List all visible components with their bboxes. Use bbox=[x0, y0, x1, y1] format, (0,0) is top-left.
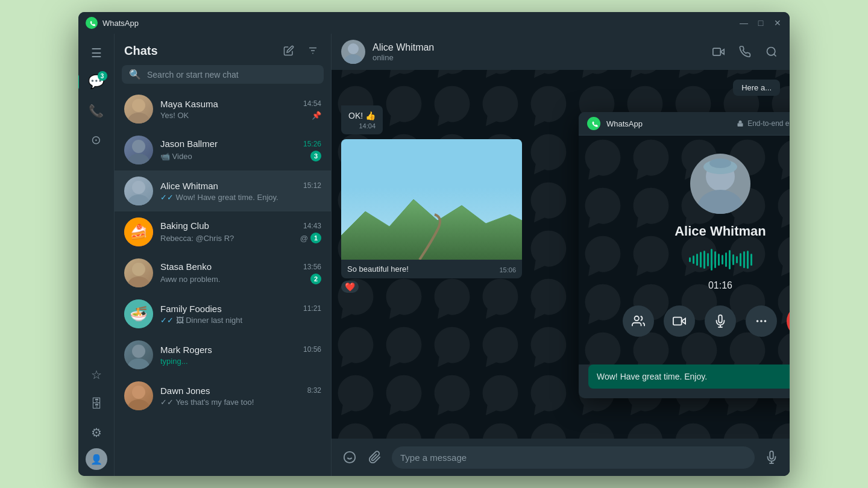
menu-icon[interactable]: ☰ bbox=[83, 40, 110, 66]
wave-bar bbox=[689, 257, 691, 262]
window-controls: — □ ✕ bbox=[739, 18, 782, 28]
unread-badge: 3 bbox=[310, 151, 321, 161]
chat-time: 15:12 bbox=[303, 181, 321, 190]
wave-bar bbox=[722, 255, 723, 264]
chat-list-panel: Chats bbox=[115, 34, 332, 476]
close-button[interactable]: ✕ bbox=[773, 18, 782, 28]
contact-name: Alice Whitman bbox=[373, 42, 703, 53]
svg-text:🍜: 🍜 bbox=[130, 305, 148, 322]
message-bubble-image: So beautiful here! 15:06 ❤️ bbox=[341, 139, 522, 293]
wave-bar bbox=[703, 251, 705, 269]
chat-header: Alice Whitman online bbox=[332, 34, 790, 70]
status-nav-icon[interactable]: ⊙ bbox=[83, 127, 110, 153]
list-item[interactable]: 🍰 Baking Club 14:43 Rebecca: @Chris R? @ bbox=[115, 211, 331, 252]
svg-point-19 bbox=[128, 399, 149, 410]
chat-preview: Yes! OK bbox=[160, 111, 312, 120]
starred-nav-icon[interactable]: ☆ bbox=[83, 361, 110, 388]
chat-info: Family Foodies 11:21 ✓✓ 🖼 Dinner last ni… bbox=[160, 304, 321, 325]
svg-text:🍰: 🍰 bbox=[130, 223, 148, 240]
chat-info: Maya Kasuma 14:54 Yes! OK 📌 bbox=[160, 99, 321, 120]
svg-point-16 bbox=[132, 345, 145, 358]
participants-button[interactable] bbox=[623, 305, 654, 337]
image-caption: So beautiful here! 15:06 bbox=[341, 260, 522, 278]
search-chat-button[interactable] bbox=[763, 43, 780, 60]
mute-button[interactable] bbox=[705, 305, 736, 337]
svg-rect-23 bbox=[713, 48, 721, 55]
wave-bar bbox=[736, 256, 738, 263]
phone-nav-icon[interactable]: 📞 bbox=[83, 98, 110, 124]
list-item[interactable]: Dawn Jones 8:32 ✓✓ Yes that's my fave to… bbox=[115, 375, 331, 416]
maximize-button[interactable]: □ bbox=[756, 18, 766, 28]
wave-bar bbox=[740, 253, 741, 266]
title-bar: WhatsApp — □ ✕ bbox=[78, 12, 790, 34]
chat-time: 15:26 bbox=[303, 140, 321, 148]
call-app-title: WhatsApp bbox=[606, 119, 731, 128]
voice-message-button[interactable] bbox=[763, 449, 780, 466]
wave-bar bbox=[747, 251, 749, 269]
image-content: So beautiful here! 15:06 bbox=[341, 139, 522, 278]
svg-point-7 bbox=[128, 154, 149, 164]
wave-bar bbox=[750, 254, 752, 266]
chat-preview: typing... bbox=[160, 357, 321, 366]
call-contact-name: Alice Whitman bbox=[675, 224, 766, 239]
emoji-button[interactable] bbox=[341, 449, 358, 466]
chat-time: 14:43 bbox=[303, 222, 321, 230]
voice-call-button[interactable] bbox=[737, 43, 753, 60]
encryption-label: End-to-end encrypted bbox=[737, 119, 790, 128]
list-item[interactable]: Jason Ballmer 15:26 📹 Video 3 bbox=[115, 130, 331, 170]
filter-button[interactable] bbox=[304, 42, 321, 59]
list-item[interactable]: Alice Whitman 15:12 ✓✓ Wow! Have great t… bbox=[115, 170, 331, 211]
avatar bbox=[124, 340, 153, 369]
message-time: 14:04 bbox=[359, 122, 376, 130]
chat-name: Family Foodies bbox=[160, 304, 222, 314]
attachment-button[interactable] bbox=[366, 449, 383, 466]
message-bubble-received: OK! 👍 14:04 bbox=[341, 105, 383, 134]
chat-preview: Aww no problem. bbox=[160, 275, 310, 284]
svg-rect-33 bbox=[738, 124, 743, 127]
chat-time: 10:56 bbox=[303, 345, 321, 354]
search-bar: 🔍 bbox=[122, 65, 324, 84]
call-contact-avatar bbox=[690, 154, 750, 214]
chat-time: 13:56 bbox=[303, 263, 321, 271]
message-input[interactable] bbox=[392, 446, 755, 469]
settings-nav-icon[interactable]: ⚙ bbox=[83, 419, 110, 446]
archived-nav-icon[interactable]: 🗄 bbox=[83, 390, 110, 417]
wave-bar bbox=[700, 252, 702, 267]
list-item[interactable]: Mark Rogers 10:56 typing... bbox=[115, 334, 331, 375]
svg-point-37 bbox=[709, 158, 731, 168]
chat-preview: ✓✓ 🖼 Dinner last night bbox=[160, 316, 321, 325]
end-call-button[interactable] bbox=[787, 305, 790, 337]
wave-bar bbox=[714, 251, 716, 268]
chat-time: 14:54 bbox=[303, 99, 321, 108]
chat-list-header: Chats bbox=[115, 34, 331, 65]
svg-marker-39 bbox=[682, 318, 685, 324]
svg-point-17 bbox=[128, 358, 149, 369]
search-input[interactable] bbox=[147, 70, 316, 80]
svg-point-13 bbox=[128, 277, 149, 287]
search-icon: 🔍 bbox=[129, 69, 141, 80]
chat-preview: Rebecca: @Chris R? bbox=[160, 234, 300, 243]
caption-time: 15:06 bbox=[499, 266, 516, 274]
call-preview-text: Wow! Have great time. Enjoy. bbox=[597, 372, 707, 381]
chat-main: Alice Whitman online bbox=[332, 34, 790, 476]
user-avatar[interactable]: 👤 bbox=[86, 448, 107, 470]
list-item[interactable]: Stasa Benko 13:56 Aww no problem. 2 bbox=[115, 252, 331, 293]
wave-bar bbox=[732, 254, 734, 265]
video-call-toggle-button[interactable] bbox=[664, 305, 695, 337]
minimize-button[interactable]: — bbox=[739, 18, 749, 28]
list-item[interactable]: 🍜 Family Foodies 11:21 ✓✓ 🖼 Dinner last … bbox=[115, 293, 331, 334]
svg-point-4 bbox=[132, 99, 145, 112]
video-call-button[interactable] bbox=[710, 43, 727, 60]
new-chat-button[interactable] bbox=[280, 42, 297, 59]
chat-name: Alice Whitman bbox=[160, 181, 218, 191]
svg-point-8 bbox=[132, 181, 145, 194]
list-item[interactable]: Maya Kasuma 14:54 Yes! OK 📌 bbox=[115, 89, 331, 130]
app-window: WhatsApp — □ ✕ ☰ 💬 3 📞 ⊙ ☆ 🗄 ⚙ 👤 Chats bbox=[78, 12, 790, 476]
more-options-button[interactable] bbox=[746, 305, 777, 337]
call-waveform bbox=[689, 249, 752, 271]
message-content: OK! 👍 14:04 bbox=[341, 105, 383, 134]
svg-point-18 bbox=[132, 386, 145, 399]
chat-nav-icon[interactable]: 💬 3 bbox=[83, 69, 110, 95]
svg-point-6 bbox=[132, 140, 145, 153]
svg-point-9 bbox=[128, 195, 149, 205]
